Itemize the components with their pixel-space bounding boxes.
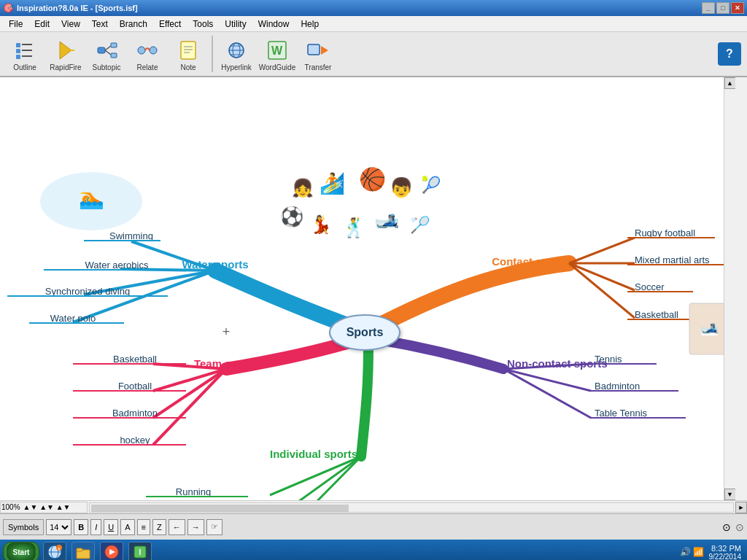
transfer-icon	[305, 37, 331, 63]
menu-text[interactable]: Text	[86, 18, 114, 31]
svg-rect-11	[111, 43, 117, 47]
rapidfire-button[interactable]: RapidFire	[47, 36, 85, 73]
svg-text:Water polo: Water polo	[50, 313, 96, 324]
help-button[interactable]: ?	[718, 42, 741, 66]
toolbar-separator	[212, 36, 213, 72]
svg-text:🏄: 🏄	[320, 171, 345, 195]
svg-text:🕺: 🕺	[342, 216, 366, 239]
taskbar: Start e I 🔊 📶 8:32 PM	[0, 540, 747, 560]
wordguide-button[interactable]: W WordGuide	[258, 36, 296, 73]
transfer-button[interactable]: Transfer	[299, 36, 337, 73]
taskbar-ie-button[interactable]: e	[43, 542, 66, 560]
underline-button[interactable]: U	[104, 519, 118, 535]
svg-text:Rugby football: Rugby football	[635, 228, 695, 238]
svg-text:Sports: Sports	[347, 326, 384, 338]
svg-text:💃: 💃	[310, 214, 332, 235]
svg-text:+: +	[222, 324, 231, 339]
window-title: Inspiration?8.0a IE - [Sports.isf]	[17, 4, 138, 12]
date-display: 9/22/2014	[709, 553, 742, 561]
hyperlink-button[interactable]: Hyperlink	[217, 36, 255, 73]
highlight-button[interactable]: Z	[152, 519, 166, 535]
svg-line-9	[105, 46, 111, 50]
svg-text:🏀: 🏀	[359, 166, 387, 192]
svg-line-35	[569, 263, 635, 318]
svg-line-10	[105, 50, 111, 55]
hyperlink-icon	[223, 37, 249, 63]
toolbar: Outline RapidFire Subtopic	[0, 32, 747, 77]
maximize-button[interactable]: □	[716, 2, 729, 14]
clock: 8:32 PM 9/22/2014	[709, 544, 742, 561]
zoom-controls[interactable]: ▲▼ ▲▼ ▲▼	[23, 503, 71, 511]
hscroll-right-button[interactable]: ►	[735, 502, 747, 513]
scroll-up-button[interactable]: ▲	[724, 77, 736, 89]
hscrollbar-container: 100% ▲▼ ▲▼ ▲▼ ►	[0, 500, 747, 513]
svg-text:🏸: 🏸	[410, 215, 430, 235]
svg-line-41	[503, 369, 591, 391]
taskbar-media-button[interactable]	[100, 542, 123, 560]
note-icon	[175, 37, 201, 63]
relate-label: Relate	[137, 63, 158, 71]
svg-line-38	[153, 369, 226, 418]
close-button[interactable]: ✕	[731, 2, 744, 14]
menu-help[interactable]: Help	[295, 18, 325, 31]
svg-text:Basketball: Basketball	[113, 354, 157, 365]
svg-text:Badminton: Badminton	[112, 408, 158, 419]
relate-button[interactable]: Relate	[128, 36, 166, 73]
rapidfire-label: RapidFire	[50, 63, 81, 71]
svg-text:Table Tennis: Table Tennis	[595, 408, 648, 419]
bold-button[interactable]: B	[74, 519, 88, 535]
scrollbar-right[interactable]: ▲ ▼	[724, 77, 735, 500]
taskbar-app4-button[interactable]: I	[128, 542, 152, 560]
menu-window[interactable]: Window	[252, 18, 295, 31]
taskbar-folder-button[interactable]	[71, 542, 95, 560]
hyperlink-label: Hyperlink	[221, 63, 252, 71]
menu-view[interactable]: View	[55, 18, 86, 31]
canvas[interactable]: Sports Water sports Swimming Water aerob…	[0, 77, 735, 500]
svg-text:Swimming: Swimming	[109, 230, 153, 241]
rapidfire-icon	[53, 37, 79, 63]
subtopic-icon	[93, 37, 120, 63]
indent-left-button[interactable]: ←	[169, 519, 185, 535]
svg-text:Badminton: Badminton	[595, 381, 640, 392]
subtopic-button[interactable]: Subtopic	[88, 36, 125, 73]
app-icon: 🎯	[3, 3, 14, 13]
font-color-button[interactable]: A	[120, 519, 134, 535]
note-label: Note	[180, 63, 196, 71]
svg-text:👦: 👦	[390, 176, 414, 199]
minimize-button[interactable]: _	[702, 2, 715, 14]
transfer-label: Transfer	[305, 63, 332, 71]
menu-effect[interactable]: Effect	[153, 18, 187, 31]
zoom-control[interactable]: 100% ▲▼ ▲▼ ▲▼	[0, 502, 88, 513]
italic-button[interactable]: I	[90, 519, 101, 535]
svg-text:🏊: 🏊	[79, 186, 104, 210]
hscrollbar[interactable]	[89, 502, 734, 513]
menu-file[interactable]: File	[3, 18, 28, 31]
svg-text:Soccer: Soccer	[635, 281, 665, 292]
svg-text:Start: Start	[13, 548, 30, 556]
svg-line-42	[503, 369, 591, 418]
cursor-button[interactable]: ☞	[206, 519, 222, 535]
svg-text:Synchronized diving: Synchronized diving	[45, 286, 130, 297]
relate-icon	[134, 37, 160, 63]
svg-text:Team sports: Team sports	[194, 357, 258, 370]
start-button[interactable]: Start	[3, 542, 39, 560]
svg-rect-3	[22, 50, 32, 51]
font-size-select[interactable]: 14	[46, 519, 71, 535]
indent-right-button[interactable]: →	[187, 519, 204, 535]
svg-text:🎿: 🎿	[700, 319, 719, 336]
svg-text:hockey: hockey	[120, 435, 150, 446]
align-button[interactable]: ≡	[137, 519, 150, 535]
svg-rect-26	[308, 44, 320, 55]
outline-button[interactable]: Outline	[6, 36, 44, 73]
menu-tools[interactable]: Tools	[187, 18, 219, 31]
note-button[interactable]: Note	[169, 36, 207, 73]
taskbar-right: 🔊 📶 8:32 PM 9/22/2014	[680, 544, 744, 561]
menu-utility[interactable]: Utility	[219, 18, 252, 31]
menu-branch[interactable]: Branch	[114, 18, 153, 31]
scroll-down-button[interactable]: ▼	[724, 489, 736, 500]
menu-edit[interactable]: Edit	[28, 18, 55, 31]
hscroll-thumb[interactable]	[91, 505, 349, 512]
menubar: File Edit View Text Branch Effect Tools …	[0, 16, 747, 32]
svg-point-13	[138, 47, 145, 54]
titlebar-controls: _ □ ✕	[702, 2, 744, 14]
